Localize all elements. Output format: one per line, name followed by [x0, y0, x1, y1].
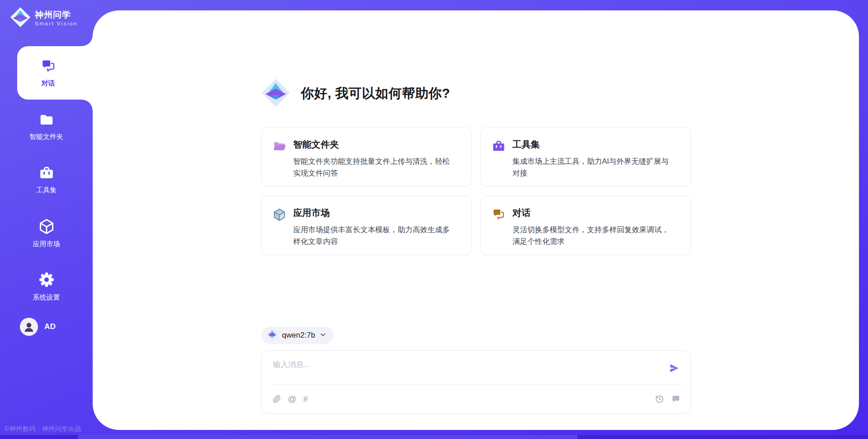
- cube-icon: [38, 218, 55, 236]
- brand-name: 神州问学: [35, 10, 78, 20]
- composer-right-icons: [655, 395, 680, 404]
- greeting-text: 你好, 我可以如何帮助你?: [301, 85, 450, 103]
- message-composer: @ #: [261, 350, 691, 414]
- folder-icon: [39, 112, 54, 129]
- brand-subtitle: Smart Vision: [35, 21, 78, 26]
- history-button[interactable]: [655, 395, 664, 404]
- card-app-market[interactable]: 应用市场 应用市场提供丰富长文本模板，助力高效生成多 样化文章内容: [261, 196, 472, 255]
- card-description: 集成市场上主流工具，助力AI与外界无缝扩展与 对接: [513, 155, 669, 179]
- card-title: 对话: [513, 207, 670, 219]
- card-chat[interactable]: 对话 灵活切换多模型文件，支持多样回复效果调试， 满足个性化需求: [481, 196, 691, 255]
- card-title: 工具集: [513, 138, 669, 151]
- message-history-button[interactable]: [671, 395, 680, 404]
- brand-logo: 神州问学 Smart Vision: [10, 7, 78, 29]
- horizontal-scrollbar[interactable]: [0, 435, 868, 439]
- scrollbar-thumb[interactable]: [78, 435, 577, 439]
- sidebar: 神州问学 Smart Vision 对话: [0, 0, 93, 439]
- attach-file-button[interactable]: [273, 395, 281, 403]
- chat-icon: [492, 208, 505, 221]
- sidebar-item-label: 应用市场: [33, 240, 60, 248]
- chat-icon: [41, 58, 56, 75]
- card-title: 智能文件夹: [293, 138, 450, 151]
- card-smart-folder[interactable]: 智能文件夹 智能文件夹功能支持批量文件上传与清洗，轻松 实现文件问答: [261, 127, 472, 186]
- gear-icon: [38, 272, 55, 289]
- greeting-diamond-icon: [261, 78, 290, 109]
- send-button[interactable]: [669, 363, 680, 374]
- sidebar-item-label: 对话: [42, 79, 55, 88]
- chevron-down-icon: [320, 331, 326, 340]
- sidebar-item-app-market[interactable]: 应用市场: [0, 206, 93, 260]
- main-content: 你好, 我可以如何帮助你? 智能文件夹 智能文件夹功能支持批量文件上传与清洗，轻…: [261, 10, 691, 414]
- sidebar-item-label: 智能文件夹: [29, 133, 63, 141]
- brand-diamond-icon: [10, 7, 31, 29]
- sidebar-item-smart-folder[interactable]: 智能文件夹: [0, 100, 93, 153]
- card-title: 应用市场: [293, 207, 450, 219]
- paperclip-icon: [273, 395, 281, 403]
- app-root: 神州问学 Smart Vision 对话: [0, 0, 868, 439]
- model-selector[interactable]: qwen2:7b: [261, 327, 334, 344]
- greeting-block: 你好, 我可以如何帮助你?: [261, 78, 691, 109]
- card-description: 应用市场提供丰富长文本模板，助力高效生成多 样化文章内容: [293, 224, 450, 248]
- model-name: qwen2:7b: [282, 331, 316, 340]
- user-profile[interactable]: AD: [20, 318, 56, 336]
- card-description: 智能文件夹功能支持批量文件上传与清洗，轻松 实现文件问答: [293, 155, 450, 179]
- hash-tag-button[interactable]: #: [303, 395, 308, 403]
- sidebar-item-label: 系统设置: [33, 293, 60, 302]
- briefcase-icon: [39, 165, 54, 182]
- main-panel: 你好, 我可以如何帮助你? 智能文件夹 智能文件夹功能支持批量文件上传与清洗，轻…: [93, 10, 859, 430]
- briefcase-icon: [492, 139, 505, 153]
- avatar: [20, 318, 38, 336]
- cube-grid-icon: [273, 208, 286, 221]
- card-description: 灵活切换多模型文件，支持多样回复效果调试， 满足个性化需求: [513, 224, 670, 248]
- sidebar-item-label: 工具集: [36, 186, 57, 195]
- history-icon: [655, 395, 664, 404]
- feature-cards: 智能文件夹 智能文件夹功能支持批量文件上传与清洗，轻松 实现文件问答: [261, 127, 691, 255]
- message-icon: [671, 395, 680, 404]
- send-icon: [669, 363, 680, 374]
- user-initials: AD: [44, 322, 56, 331]
- copyright-footer: ©神州数码 · 神州问学出品: [5, 425, 81, 433]
- composer-toolbar: @ #: [262, 385, 690, 413]
- card-toolset[interactable]: 工具集 集成市场上主流工具，助力AI与外界无缝扩展与 对接: [481, 127, 691, 186]
- sidebar-nav: 对话 智能文件夹: [0, 46, 93, 313]
- sidebar-item-settings[interactable]: 系统设置: [0, 260, 93, 313]
- at-mention-button[interactable]: @: [288, 395, 297, 403]
- sidebar-item-chat[interactable]: 对话: [17, 46, 93, 100]
- sidebar-item-toolset[interactable]: 工具集: [0, 153, 93, 206]
- model-diamond-icon: [267, 329, 278, 342]
- composer-input-row: [262, 351, 690, 384]
- open-folder-icon: [273, 139, 286, 153]
- message-input[interactable]: [273, 351, 669, 384]
